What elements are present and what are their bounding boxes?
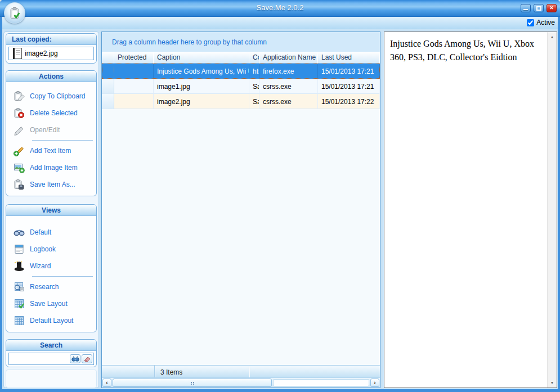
view-label: Save Layout — [30, 300, 68, 308]
pencil-add-icon — [13, 145, 25, 156]
wizard-hat-icon — [13, 260, 25, 272]
group-by-hint: Drag a column header here to group by th… — [112, 38, 267, 46]
close-button[interactable]: ✕ — [546, 4, 557, 12]
image-add-icon — [13, 162, 25, 173]
action-copy-to-clipboard[interactable]: Copy To Clipboard — [6, 88, 96, 105]
cell-application-name: firefox.exe — [259, 64, 318, 79]
window-title: Save.Me 2.0.2 — [0, 3, 560, 12]
search-input[interactable] — [10, 354, 69, 363]
maximize-button[interactable] — [534, 4, 544, 12]
status-segment — [102, 366, 155, 377]
maximize-icon — [536, 6, 541, 11]
action-open-edit[interactable]: Open/Edit — [6, 121, 96, 138]
view-default-layout[interactable]: Default Layout — [6, 312, 96, 329]
view-default[interactable]: Default — [6, 224, 96, 241]
row-indicator — [102, 79, 114, 94]
view-label: Wizard — [30, 262, 51, 270]
column-header-row: Protected Caption Co Application Name La… — [102, 52, 380, 64]
scroll-left-button[interactable]: ‹ — [102, 379, 111, 387]
grid-empty-area — [102, 109, 380, 365]
cell-protected — [114, 94, 154, 109]
horizontal-scrollbar[interactable]: ‹ › — [102, 377, 380, 388]
scrollbar-thumb[interactable] — [113, 379, 272, 387]
action-label: Add Text Item — [30, 147, 71, 155]
preview-text: Injustice Gods Among Us, Wii U, Xbox 360… — [384, 32, 547, 388]
cell-content: Sav — [249, 79, 259, 94]
action-save-item-as[interactable]: Save Item As... — [6, 176, 96, 193]
separator — [32, 276, 93, 277]
cell-application-name: csrss.exe — [259, 79, 318, 94]
glasses-icon — [13, 227, 25, 238]
views-panel: Views Default — [6, 204, 97, 332]
action-label: Delete Selected — [30, 109, 78, 117]
scroll-right-button[interactable]: › — [370, 379, 379, 387]
column-header-protected[interactable]: Protected — [114, 52, 154, 64]
search-clear-button[interactable] — [82, 354, 92, 363]
clipboard-delete-icon — [13, 107, 25, 119]
column-header-indicator[interactable] — [102, 52, 114, 64]
table-row[interactable]: image1.jpg Sav csrss.exe 15/01/2013 17:2… — [102, 79, 380, 94]
status-bar: 3 Items — [102, 365, 380, 377]
action-label: Add Image Item — [30, 164, 78, 172]
minimize-button[interactable] — [521, 4, 531, 12]
cell-last-used: 15/01/2013 17:22 — [318, 94, 380, 109]
column-header-application-name[interactable]: Application Name — [259, 52, 318, 64]
view-logbook[interactable]: Logbook — [6, 241, 96, 258]
action-add-image-item[interactable]: Add Image Item — [6, 159, 96, 176]
scroll-down-button[interactable]: ▼ — [548, 378, 557, 388]
cell-protected — [114, 79, 154, 94]
action-delete-selected[interactable]: Delete Selected — [6, 105, 96, 121]
active-checkbox[interactable] — [527, 19, 534, 26]
preview-panel: Injustice Gods Among Us, Wii U, Xbox 360… — [384, 31, 557, 388]
column-header-last-used[interactable]: Last Used — [318, 52, 380, 64]
cell-content: htt — [249, 64, 259, 79]
item-count: 3 Items — [155, 366, 249, 377]
table-row[interactable]: image2.jpg Sav csrss.exe 15/01/2013 17:2… — [102, 94, 380, 109]
view-research[interactable]: Research — [6, 278, 96, 295]
view-label: Research — [30, 283, 59, 291]
app-menu-button[interactable] — [4, 2, 25, 24]
last-copied-item[interactable]: image2.jpg — [8, 47, 94, 60]
clipboard-save-icon — [13, 179, 25, 190]
table-row[interactable]: Injustice Gods Among Us, Wii U, htt fire… — [102, 64, 380, 79]
column-header-caption[interactable]: Caption — [154, 52, 249, 64]
title-bar[interactable]: Save.Me 2.0.2 ✕ — [0, 0, 560, 17]
active-label: Active — [536, 19, 555, 26]
cell-protected — [114, 64, 154, 79]
grid-check-icon — [13, 298, 25, 309]
cell-application-name: csrss.exe — [259, 94, 318, 109]
view-save-layout[interactable]: Save Layout — [6, 295, 96, 312]
eraser-icon — [83, 356, 91, 362]
actions-header: Actions — [6, 71, 96, 82]
app-window: Save.Me 2.0.2 ✕ Active Last copied: — [0, 0, 560, 392]
cell-content: Sav — [249, 94, 259, 109]
view-label: Default — [30, 228, 51, 236]
group-by-bar[interactable]: Drag a column header here to group by th… — [102, 32, 380, 52]
grid-icon — [13, 315, 25, 326]
content-area: Last copied: image2.jpg Actions — [2, 29, 558, 389]
views-header: Views — [6, 205, 96, 216]
status-segment — [249, 366, 380, 377]
clipboard-copy-icon — [13, 91, 25, 102]
logbook-icon — [13, 244, 25, 255]
cell-last-used: 15/01/2013 17:21 — [318, 64, 380, 79]
scroll-up-button[interactable]: ▲ — [548, 32, 557, 42]
scrollbar-track[interactable] — [273, 379, 369, 386]
view-wizard[interactable]: Wizard — [6, 258, 96, 274]
binoculars-icon — [71, 356, 79, 362]
thumb-grip-icon — [191, 382, 192, 383]
cell-caption: image1.jpg — [154, 79, 249, 94]
column-header-content[interactable]: Co — [249, 52, 259, 64]
clipboard-check-icon — [9, 7, 20, 20]
vertical-scrollbar[interactable]: ▲ ▼ — [547, 32, 557, 388]
search-find-button[interactable] — [70, 354, 80, 363]
cell-last-used: 15/01/2013 17:21 — [318, 79, 380, 94]
cell-caption: image2.jpg — [154, 94, 249, 109]
last-copied-panel: Last copied: image2.jpg — [6, 33, 97, 64]
last-copied-header: Last copied: — [6, 34, 96, 45]
last-copied-filename: image2.jpg — [25, 49, 58, 57]
minimize-icon — [523, 9, 528, 10]
separator — [32, 140, 93, 141]
action-add-text-item[interactable]: Add Text Item — [6, 142, 96, 159]
research-magnifier-icon — [13, 281, 25, 292]
